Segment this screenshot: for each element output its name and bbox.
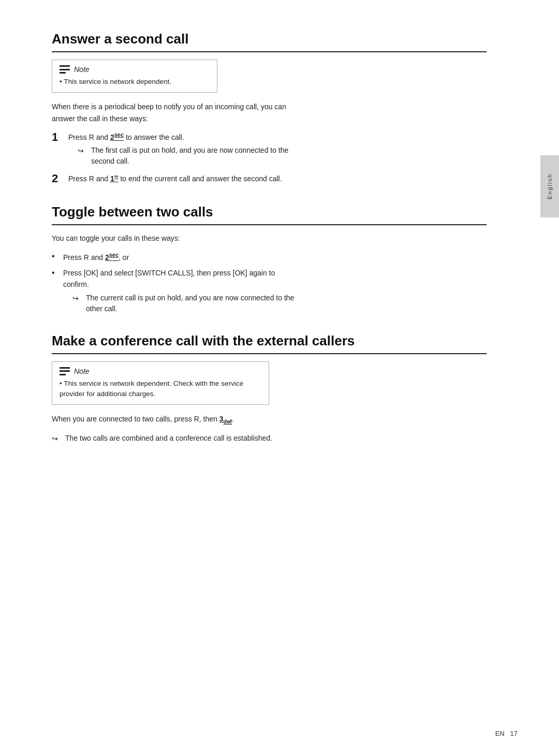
section1-title: Answer a second call [52,31,487,52]
section2-bullets: • Press R and 2sec, or • Press [OK] and … [52,251,300,314]
section3-result: ↪ The two calls are combined and a confe… [52,433,487,444]
section3-note-label: Note [74,367,90,375]
section-answer-second-call: Answer a second call Note • This service… [52,31,487,185]
note-icon [60,65,70,74]
key-2-sec-b: 2sec [105,251,119,263]
bullet-1: • Press R and 2sec, or [52,251,300,263]
footer-lang: EN [495,730,505,737]
section3-note-content: • This service is network dependent. Che… [60,379,261,400]
section1-note-content: • This service is network dependent. [60,77,210,87]
section3-body: When you are connected to two calls, pre… [52,413,300,426]
key-2-sec: 2sec [110,130,124,143]
step1-result: ↪ The first call is put on hold, and you… [78,145,300,167]
section1-note-header: Note [60,65,210,74]
section1-body: When there is a periodical beep to notif… [52,101,300,124]
section-conference-call: Make a conference call with the external… [52,333,487,444]
language-tab-text: English [547,173,553,199]
step-1: 1 Press R and 2sec to answer the call. ↪… [52,130,300,167]
footer-page: 17 [510,730,518,737]
section-toggle-calls: Toggle between two calls You can toggle … [52,204,487,314]
bullet-2: • Press [OK] and select [SWITCH CALLS], … [52,267,300,314]
section3-title: Make a conference call with the external… [52,333,487,354]
section2-title: Toggle between two calls [52,204,487,225]
key-3-def: 3def [219,413,232,426]
section1-note-label: Note [74,65,90,74]
section1-note-box: Note • This service is network dependent… [52,60,217,93]
step-2: 2 Press R and 1∞ to end the current call… [52,172,300,185]
note-icon-2 [60,367,70,375]
section3-note-box: Note • This service is network dependent… [52,361,269,405]
bullet2-result: ↪ The current call is put on hold, and y… [72,293,300,314]
section2-body: You can toggle your calls in these ways: [52,232,300,244]
section3-note-header: Note [60,367,261,375]
key-1-inf: 1∞ [110,172,119,184]
section1-steps: 1 Press R and 2sec to answer the call. ↪… [52,130,300,185]
page-footer: EN 17 [495,730,518,737]
language-tab: English [540,155,559,217]
